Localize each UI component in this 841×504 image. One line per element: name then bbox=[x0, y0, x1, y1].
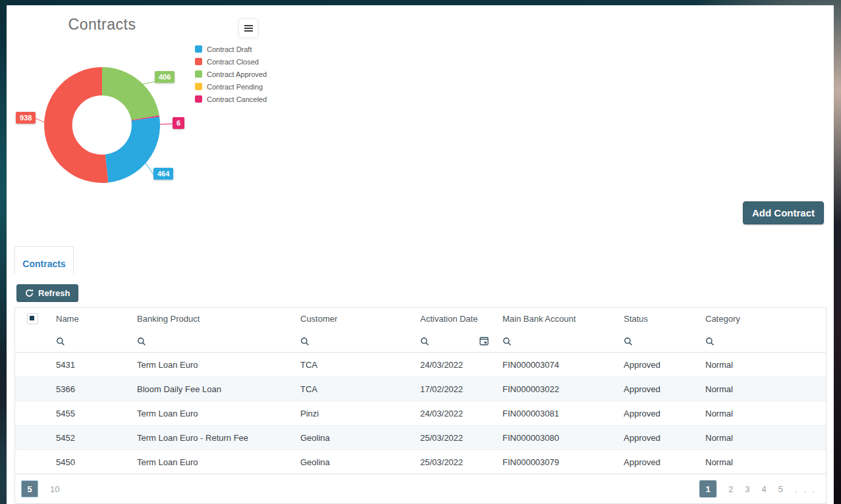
legend-item-contract-canceled[interactable]: Contract Canceled bbox=[195, 93, 267, 105]
donut-slice-contract-draft[interactable] bbox=[105, 116, 160, 182]
page-button-5[interactable]: 5 bbox=[778, 484, 783, 494]
cell-category: Normal bbox=[697, 426, 826, 450]
legend-label: Contract Draft bbox=[207, 45, 252, 53]
search-icon[interactable] bbox=[624, 337, 633, 346]
filter-cell-category[interactable] bbox=[697, 330, 826, 353]
chart-title: Contracts bbox=[36, 16, 168, 34]
select-all-checkbox[interactable] bbox=[27, 313, 38, 324]
checkbox-indeterminate-mark bbox=[30, 316, 34, 320]
filter-cell-banking-product[interactable] bbox=[129, 330, 292, 353]
contracts-grid: NameBanking ProductCustomerActivation Da… bbox=[14, 307, 827, 504]
tab-label: Contracts bbox=[22, 252, 65, 269]
filter-cell-name[interactable] bbox=[48, 330, 129, 353]
contracts-table: NameBanking ProductCustomerActivation Da… bbox=[15, 308, 826, 474]
calendar-icon[interactable] bbox=[479, 336, 489, 345]
search-icon[interactable] bbox=[300, 337, 310, 346]
page-navigator: 12345. . . bbox=[699, 480, 817, 497]
refresh-label: Refresh bbox=[38, 288, 70, 298]
table-row[interactable]: 5450Term Loan EuroGeolina25/03/2022FIN00… bbox=[15, 450, 826, 474]
cell-name: 5431 bbox=[48, 353, 129, 377]
search-icon[interactable] bbox=[420, 337, 429, 346]
search-icon[interactable] bbox=[56, 337, 65, 346]
legend-item-contract-pending[interactable]: Contract Pending bbox=[195, 80, 267, 93]
page-button-3[interactable]: 3 bbox=[745, 484, 749, 494]
cell-activation-date: 17/02/2022 bbox=[412, 377, 495, 401]
filter-cell-empty bbox=[15, 330, 48, 353]
search-icon[interactable] bbox=[705, 337, 715, 346]
cell-status: Approved bbox=[616, 426, 697, 450]
cell-name: 5450 bbox=[48, 450, 129, 474]
cell-customer: Geolina bbox=[292, 426, 412, 450]
chart-data-label-contract-canceled: 6 bbox=[173, 117, 184, 129]
cell-banking-product: Term Loan Euro bbox=[129, 450, 292, 474]
column-header-category[interactable]: Category bbox=[697, 308, 826, 330]
legend-label: Contract Pending bbox=[207, 83, 263, 91]
filter-cell-main-bank-account[interactable] bbox=[495, 330, 616, 353]
search-icon[interactable] bbox=[137, 337, 146, 346]
cell-activation-date: 25/03/2022 bbox=[412, 426, 495, 450]
contracts-panel: Contracts Contract DraftContract ClosedC… bbox=[7, 5, 834, 504]
cell-category: Normal bbox=[697, 377, 826, 401]
cell-customer: Pinzi bbox=[292, 401, 412, 426]
table-header-row: NameBanking ProductCustomerActivation Da… bbox=[15, 308, 826, 330]
chart-section: Contracts Contract DraftContract ClosedC… bbox=[7, 5, 283, 213]
cell-banking-product: Term Loan Euro bbox=[129, 353, 292, 377]
cell-status: Approved bbox=[616, 353, 697, 377]
chart-legend: Contract DraftContract ClosedContract Ap… bbox=[195, 43, 267, 105]
cell-name: 5452 bbox=[48, 426, 129, 450]
row-select-cell[interactable] bbox=[15, 353, 48, 377]
table-row[interactable]: 5431Term Loan EuroTCA24/03/2022FIN000003… bbox=[15, 353, 826, 377]
filter-cell-customer[interactable] bbox=[292, 330, 412, 353]
tab-contracts[interactable]: Contracts bbox=[14, 246, 74, 274]
refresh-button[interactable]: Refresh bbox=[16, 284, 78, 302]
donut-slice-contract-closed[interactable] bbox=[44, 67, 108, 183]
column-header-customer[interactable]: Customer bbox=[292, 308, 412, 330]
add-contract-button[interactable]: Add Contract bbox=[743, 201, 824, 224]
column-header-status[interactable]: Status bbox=[616, 308, 697, 330]
cell-customer: TCA bbox=[292, 353, 412, 377]
cell-category: Normal bbox=[697, 353, 826, 377]
legend-item-contract-closed[interactable]: Contract Closed bbox=[195, 55, 267, 68]
legend-swatch bbox=[195, 95, 202, 103]
page-button-2[interactable]: 2 bbox=[728, 484, 733, 494]
row-select-cell[interactable] bbox=[15, 377, 48, 401]
select-all-cell bbox=[15, 308, 48, 330]
page-size-5[interactable]: 5 bbox=[21, 480, 38, 497]
row-select-cell[interactable] bbox=[15, 401, 48, 426]
legend-item-contract-draft[interactable]: Contract Draft bbox=[195, 43, 267, 55]
page-ellipsis: . . . bbox=[795, 484, 817, 494]
column-header-main-bank-account[interactable]: Main Bank Account bbox=[495, 308, 616, 330]
label-leader-line bbox=[142, 82, 155, 84]
column-header-banking-product[interactable]: Banking Product bbox=[129, 308, 292, 330]
cell-main-bank-account: FIN000003022 bbox=[495, 377, 616, 401]
table-row[interactable]: 5366Bloom Daily Fee LoanTCA17/02/2022FIN… bbox=[15, 377, 826, 401]
cell-main-bank-account: FIN000003074 bbox=[495, 353, 616, 377]
cell-main-bank-account: FIN000003081 bbox=[495, 401, 616, 426]
table-row[interactable]: 5455Term Loan EuroPinzi24/03/2022FIN0000… bbox=[15, 401, 826, 426]
page-button-4[interactable]: 4 bbox=[761, 484, 766, 494]
cell-category: Normal bbox=[697, 401, 826, 426]
cell-activation-date: 24/03/2022 bbox=[412, 353, 495, 377]
column-header-name[interactable]: Name bbox=[48, 308, 129, 330]
filter-cell-status[interactable] bbox=[616, 330, 697, 353]
table-row[interactable]: 5452Term Loan Euro - Return FeeGeolina25… bbox=[15, 426, 826, 450]
cell-name: 5366 bbox=[48, 377, 129, 401]
page-size-10[interactable]: 10 bbox=[50, 484, 59, 494]
row-select-cell[interactable] bbox=[15, 450, 48, 474]
chart-menu-button[interactable] bbox=[238, 18, 258, 38]
page-button-1[interactable]: 1 bbox=[699, 480, 717, 497]
legend-swatch bbox=[195, 83, 202, 90]
cell-banking-product: Bloom Daily Fee Loan bbox=[129, 377, 292, 401]
donut-slice-contract-approved[interactable] bbox=[102, 67, 159, 120]
search-icon[interactable] bbox=[502, 337, 512, 346]
row-select-cell[interactable] bbox=[15, 426, 48, 450]
filter-cell-activation-date[interactable] bbox=[412, 330, 495, 353]
label-leader-line bbox=[160, 124, 173, 124]
legend-item-contract-approved[interactable]: Contract Approved bbox=[195, 68, 267, 80]
cell-banking-product: Term Loan Euro - Return Fee bbox=[129, 426, 292, 450]
legend-swatch bbox=[195, 70, 202, 78]
legend-label: Contract Closed bbox=[207, 58, 259, 66]
pager: 510 12345. . . bbox=[15, 474, 826, 503]
column-header-activation-date[interactable]: Activation Date bbox=[412, 308, 495, 330]
cell-banking-product: Term Loan Euro bbox=[129, 401, 292, 426]
